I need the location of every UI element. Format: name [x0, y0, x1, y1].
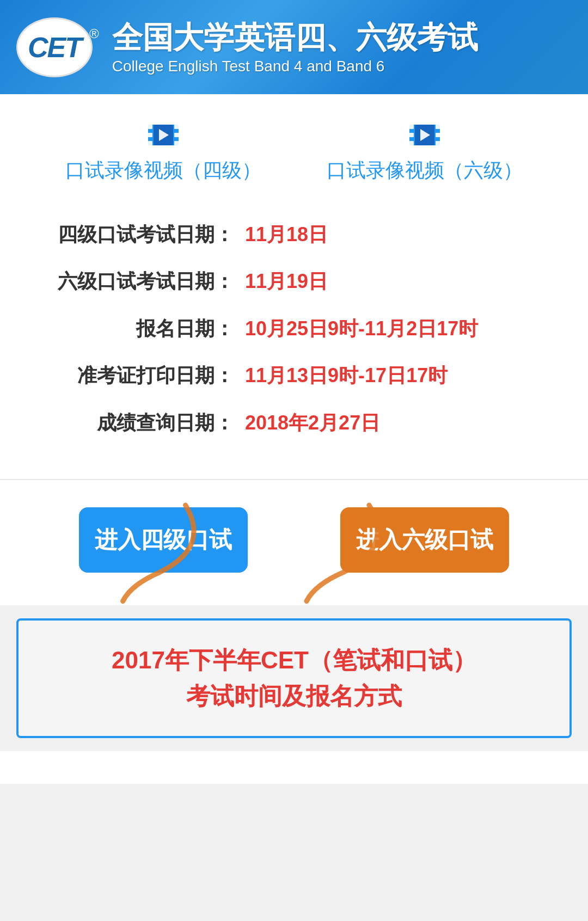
- svg-rect-5: [174, 133, 179, 137]
- svg-rect-6: [174, 141, 179, 145]
- svg-rect-1: [148, 125, 152, 129]
- header-title-en: College English Test Band 4 and Band 6: [112, 58, 478, 75]
- header-banner: CET ® 全国大学英语四、六级考试 College English Test …: [0, 0, 588, 94]
- main-content: 口试录像视频（四级） 口试录像视频（六级） 四级口试考: [0, 94, 588, 479]
- info-value-4: 2018年2月27日: [240, 400, 555, 446]
- header-text-block: 全国大学英语四、六级考试 College English Test Band 4…: [112, 19, 478, 75]
- video-link-label-4: 口试录像视频（四级）: [65, 157, 261, 184]
- enter-level4-button[interactable]: 进入四级口试: [79, 507, 248, 573]
- cet-logo: CET ®: [16, 17, 99, 77]
- video-link-item-4[interactable]: 口试录像视频（四级）: [65, 121, 261, 184]
- registered-mark: ®: [89, 26, 99, 41]
- video-link-label-6: 口试录像视频（六级）: [327, 157, 523, 184]
- svg-rect-3: [148, 141, 152, 145]
- info-value-1: 11月19日: [240, 258, 555, 305]
- video-links-row: 口试录像视频（四级） 口试录像视频（六级）: [33, 121, 555, 184]
- info-label-4: 成绩查询日期：: [33, 400, 240, 446]
- cet-oval: CET: [16, 17, 93, 77]
- video-icon-4: [147, 121, 180, 149]
- info-row: 报名日期：10月25日9时-11月2日17时: [33, 305, 555, 352]
- svg-rect-4: [174, 125, 179, 129]
- svg-rect-12: [409, 141, 414, 145]
- info-table: 四级口试考试日期：11月18日六级口试考试日期：11月19日报名日期：10月25…: [33, 211, 555, 446]
- bottom-card-line2: 考试时间及报名方式: [35, 678, 553, 714]
- buttons-section: 进入四级口试 进入六级口试: [0, 480, 588, 605]
- info-value-2: 10月25日9时-11月2日17时: [240, 305, 555, 352]
- svg-rect-10: [409, 125, 414, 129]
- video-icon-6: [408, 121, 441, 149]
- bottom-card[interactable]: 2017年下半年CET（笔试和口试） 考试时间及报名方式: [16, 618, 572, 738]
- info-row: 四级口试考试日期：11月18日: [33, 211, 555, 258]
- svg-rect-15: [436, 141, 440, 145]
- info-label-2: 报名日期：: [33, 305, 240, 352]
- bottom-white-space: [0, 751, 588, 784]
- info-value-0: 11月18日: [240, 211, 555, 258]
- svg-rect-14: [436, 133, 440, 137]
- info-label-3: 准考证打印日期：: [33, 352, 240, 399]
- info-label-0: 四级口试考试日期：: [33, 211, 240, 258]
- info-row: 成绩查询日期：2018年2月27日: [33, 400, 555, 446]
- cet-logo-text: CET: [28, 31, 81, 64]
- bottom-card-line1: 2017年下半年CET（笔试和口试）: [35, 642, 553, 678]
- svg-rect-11: [409, 133, 414, 137]
- info-value-3: 11月13日9时-17日17时: [240, 352, 555, 399]
- svg-rect-13: [436, 125, 440, 129]
- video-link-item-6[interactable]: 口试录像视频（六级）: [327, 121, 523, 184]
- info-label-1: 六级口试考试日期：: [33, 258, 240, 305]
- header-title-cn: 全国大学英语四、六级考试: [112, 19, 478, 56]
- info-row: 准考证打印日期：11月13日9时-17日17时: [33, 352, 555, 399]
- enter-level6-button[interactable]: 进入六级口试: [340, 507, 509, 573]
- svg-rect-2: [148, 133, 152, 137]
- info-row: 六级口试考试日期：11月19日: [33, 258, 555, 305]
